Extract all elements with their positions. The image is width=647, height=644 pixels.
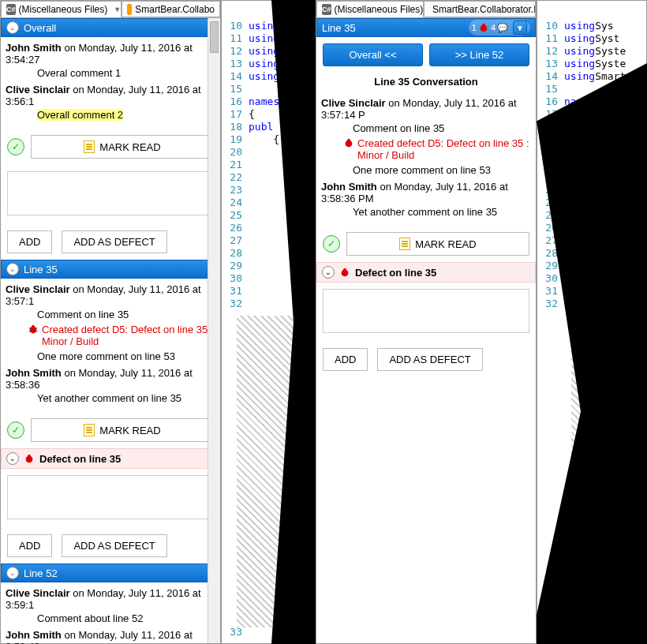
collab-icon	[127, 4, 133, 15]
button-label: ADD	[335, 354, 356, 365]
line52-convo: Clive Sinclair on Monday, July 11, 2016 …	[1, 582, 220, 644]
svg-point-9	[482, 24, 485, 27]
collapse-icon[interactable]: ⌄	[6, 21, 19, 34]
tab-label: SmartBear.Collaborator.D	[432, 4, 536, 15]
author: John Smith	[6, 367, 62, 379]
svg-point-11	[347, 139, 350, 142]
add-defect-button[interactable]: ADD AS DEFECT	[62, 534, 166, 557]
ok-icon: ✓	[7, 138, 24, 155]
mark-read-button[interactable]: MARK READ	[346, 232, 529, 256]
defect-text: Created defect D5: Defect on line 35 : M…	[42, 324, 215, 347]
chevron-down-icon[interactable]: ▼	[114, 6, 121, 13]
csharp-icon: C#	[6, 4, 16, 15]
scrollbar[interactable]	[208, 18, 220, 643]
scrollbar-thumb[interactable]	[210, 21, 219, 53]
section-title: Overall	[24, 22, 215, 34]
button-label: MARK READ	[99, 425, 160, 436]
button-label: MARK READ	[99, 141, 160, 153]
button-label: ADD AS DEFECT	[73, 236, 155, 248]
comment-entry: Clive Sinclair on Monday, July 11, 2016 …	[321, 95, 531, 137]
add-defect-button[interactable]: ADD AS DEFECT	[377, 348, 482, 371]
mark-read-button[interactable]: MARK READ	[31, 418, 214, 442]
add-buttons-row: ADD ADD AS DEFECT	[1, 224, 220, 260]
collapse-icon[interactable]: ⌄	[6, 567, 19, 579]
overall-convo: John Smith on Monday, July 11, 2016 at 3…	[1, 37, 220, 129]
chevron-down-icon[interactable]: ▼	[513, 21, 527, 35]
code-line: 11using Syst	[537, 32, 646, 45]
button-label: MARK READ	[415, 238, 476, 250]
defect-section-header[interactable]: ⌄ Defect on line 35	[1, 448, 220, 469]
comment-entry: Clive Sinclair on Monday, July 11, 2016 …	[6, 586, 215, 627]
comment-body: Comment on line 35	[6, 307, 215, 322]
code-line: 13using Syste	[537, 58, 646, 70]
nav-prev-button[interactable]: Overall <<	[323, 43, 423, 66]
comment-input-block	[1, 165, 220, 224]
highlighted-comment: Overall comment 2	[37, 109, 123, 121]
button-label: ADD AS DEFECT	[389, 354, 470, 365]
mark-read-button[interactable]: MARK READ	[31, 135, 214, 159]
tab-collab[interactable]: SmartBear.Collaborator.D	[424, 1, 536, 17]
page-icon	[84, 424, 95, 436]
left-review-pane: C# (Miscellaneous Files) ▼ SmartBear.Col…	[0, 0, 221, 644]
collapse-icon[interactable]: ⌄	[6, 452, 19, 465]
defect-count: 1	[472, 23, 477, 32]
nav-row: Overall << >> Line 52	[316, 37, 536, 73]
csharp-icon: C#	[322, 4, 331, 15]
section-line52[interactable]: ⌄ Line 52	[1, 564, 220, 582]
comment-body: Overall comment 2	[6, 107, 215, 122]
section-line35[interactable]: ⌄ Line 35	[1, 260, 220, 279]
defect-text: Created defect D5: Defect on line 35 : M…	[357, 137, 531, 161]
section-overall[interactable]: ⌄ Overall	[1, 18, 220, 37]
button-label: Overall <<	[350, 49, 397, 61]
defect-title: Defect on line 35	[355, 267, 436, 279]
defect-section-header[interactable]: ⌄ Defect on line 35	[316, 262, 536, 283]
svg-point-7	[28, 455, 31, 458]
button-label: ADD	[19, 236, 40, 248]
tab-misc-files[interactable]: C# (Miscellaneous Files) ▼	[316, 1, 424, 17]
add-button[interactable]: ADD	[7, 534, 52, 557]
tab-label: SmartBear.Collabo	[135, 4, 215, 15]
comment-entry: Clive Sinclair on Monday, July 11, 2016 …	[6, 282, 215, 324]
page-icon	[84, 140, 95, 153]
speech-icon: 💬	[497, 23, 508, 33]
comment-body: Yet another comment on line 35	[321, 204, 531, 219]
conversation-title: Line 35 Conversation	[316, 73, 536, 92]
section-line35-header[interactable]: Line 35 1 4 💬 ▼	[316, 18, 536, 37]
markread-row: ✓ MARK READ	[316, 226, 536, 262]
tab-label: (Miscellaneous Files)	[19, 4, 108, 15]
badge-group: 1 4 💬 ▼	[469, 20, 530, 36]
svg-point-13	[343, 268, 346, 271]
defect-title: Defect on line 35	[39, 453, 121, 465]
section-title: Line 35	[322, 22, 464, 34]
line35-convo: Clive Sinclair on Monday, July 11, 2016 …	[1, 279, 220, 412]
author: John Smith	[6, 42, 62, 54]
nav-next-button[interactable]: >> Line 52	[429, 43, 529, 66]
bug-icon	[478, 22, 489, 33]
markread-row: ✓ MARK READ	[1, 129, 220, 165]
comment-textarea[interactable]	[7, 171, 214, 215]
bug-icon	[24, 453, 35, 464]
comment-body: Comment on line 35	[321, 121, 531, 136]
tab-collab[interactable]: SmartBear.Collabo	[122, 1, 220, 17]
tabstrip-left: C# (Miscellaneous Files) ▼ SmartBear.Col…	[1, 1, 220, 18]
comment-body: One more comment on line 53	[321, 163, 531, 178]
add-button[interactable]: ADD	[323, 348, 368, 371]
collapse-icon[interactable]: ⌄	[322, 266, 335, 279]
comment-entry: John Smith on Monday, July 11, 2016 at 3…	[321, 179, 531, 221]
section-title: Line 35	[24, 264, 215, 275]
comment-entry: One more comment on line 53	[6, 347, 215, 365]
comment-textarea[interactable]	[7, 475, 214, 519]
svg-point-1	[32, 325, 35, 328]
button-label: ADD AS DEFECT	[73, 540, 155, 552]
comment-textarea[interactable]	[323, 289, 529, 333]
defect-entry: Created defect D5: Defect on line 35 : M…	[6, 324, 215, 347]
add-button[interactable]: ADD	[7, 230, 52, 253]
comment-entry: John Smith on Monday, July 11, 2016 at 3…	[6, 40, 215, 82]
comment-input-block	[1, 469, 220, 528]
add-defect-button[interactable]: ADD AS DEFECT	[62, 230, 166, 253]
collapse-icon[interactable]: ⌄	[6, 263, 19, 275]
code-line: 10using Sys	[537, 20, 646, 32]
tab-misc-files[interactable]: C# (Miscellaneous Files) ▼	[1, 1, 122, 17]
comment-body: Yet another comment on line 35	[6, 391, 215, 406]
author: Clive Sinclair	[6, 587, 70, 599]
